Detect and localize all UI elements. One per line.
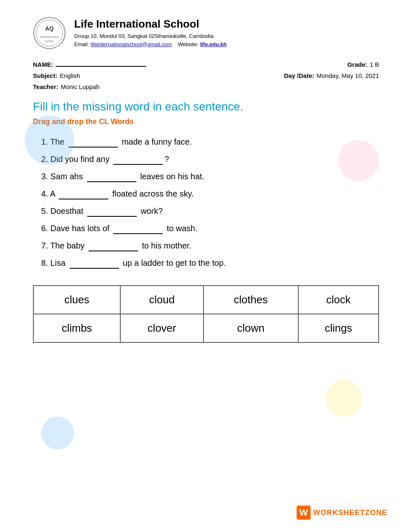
name-underline[interactable]: [56, 59, 146, 67]
blank-4[interactable]: [59, 191, 108, 199]
word-bank-row-1: clues cloud clothes clock: [33, 286, 379, 314]
word-clues[interactable]: clues: [33, 286, 120, 314]
teacher-group: Teacher: Monic Luppah: [33, 83, 100, 90]
website-link[interactable]: life.edu.kh: [200, 41, 227, 47]
email-label: Email:: [74, 41, 89, 47]
website-label: Website:: [178, 41, 199, 47]
school-logo: AQ INTERNATIONAL SCHOOL: [33, 16, 66, 49]
form-row-name-grade: NAME: Grade: 1 B: [33, 59, 379, 68]
email-link[interactable]: lifeinternationalschool@gmail.com: [91, 41, 172, 47]
word-bank-table: clues cloud clothes clock climbs clover …: [33, 285, 379, 343]
sentence-7: 7. The baby to his mother.: [41, 240, 379, 251]
footer-w-icon: W: [297, 506, 311, 520]
header: AQ INTERNATIONAL SCHOOL Life Internation…: [33, 16, 379, 49]
blank-3[interactable]: [87, 174, 136, 182]
sentence-1-number: 1.: [41, 137, 48, 146]
teacher-value: Monic Luppah: [61, 83, 99, 90]
fill-title: Fill in the missing word in each sentenc…: [33, 100, 379, 113]
footer-brand-text: WORKSHEETZONE: [313, 509, 387, 517]
form-row-teacher: Teacher: Monic Luppah: [33, 83, 379, 90]
sentence-7-number: 7.: [41, 241, 48, 250]
word-clothes[interactable]: clothes: [204, 286, 298, 314]
sentence-1: 1. The made a funny face.: [41, 136, 379, 148]
word-bank-row-2: climbs clover clown clings: [33, 314, 379, 342]
sentence-2-number: 2.: [41, 155, 48, 164]
sentence-4-number: 4.: [41, 189, 48, 198]
school-name: Life International School: [74, 18, 227, 30]
svg-text:AQ: AQ: [45, 25, 54, 32]
name-field-group: NAME:: [33, 59, 146, 68]
teacher-label: Teacher:: [33, 83, 58, 90]
sentence-3-number: 3.: [41, 172, 48, 181]
blank-5[interactable]: [87, 209, 137, 217]
blank-1[interactable]: [68, 139, 118, 148]
sentence-6: 6. Dave has lots of to wash.: [41, 223, 379, 234]
sentence-8-number: 8.: [41, 258, 48, 267]
grade-value: 1 B: [370, 61, 379, 68]
date-value: Monday, May 10, 2021: [317, 72, 379, 79]
sentence-4: 4. A floated across the sky.: [41, 188, 379, 199]
grade-label: Grade:: [347, 61, 367, 68]
sentence-8: 8. Lisa up a ladder to get to the top.: [41, 257, 379, 269]
word-clown[interactable]: clown: [204, 314, 298, 342]
word-clock[interactable]: clock: [298, 286, 379, 314]
form-row-subject-date: Subject: English Day /Date: Monday, May …: [33, 72, 379, 79]
name-label: NAME:: [33, 61, 53, 68]
word-clings[interactable]: clings: [298, 314, 379, 342]
grade-field-group: Grade: 1 B: [347, 61, 379, 68]
sentences-list: 1. The made a funny face. 2. Did you fin…: [41, 136, 379, 269]
sentence-6-number: 6.: [41, 224, 48, 233]
sentence-5: 5. Doesthat work?: [41, 205, 379, 217]
footer-brand: W WORKSHEETZONE: [297, 506, 387, 520]
footer-brand-colored: WORKSHEET: [313, 509, 365, 517]
school-info: Life International School Group 10, Mond…: [74, 18, 227, 48]
footer-brand-zone: ZONE: [365, 509, 387, 517]
date-label: Day /Date:: [284, 72, 314, 79]
blank-2[interactable]: [113, 157, 163, 165]
footer-w-letter: W: [300, 507, 308, 518]
school-group: Group 10, Mondul 03, Sangkat 02Sihanoukv…: [74, 32, 227, 40]
drag-title: Drag and drop the CL Words: [33, 117, 379, 126]
blank-6[interactable]: [113, 226, 163, 234]
blank-7[interactable]: [89, 243, 138, 251]
svg-point-0: [34, 17, 65, 49]
subject-group: Subject: English: [33, 72, 80, 79]
subject-value: English: [60, 72, 80, 79]
svg-text:SCHOOL: SCHOOL: [45, 40, 54, 42]
sentence-3: 3. Sam ahs leaves on his hat.: [41, 171, 379, 182]
word-clover[interactable]: clover: [120, 314, 204, 342]
word-climbs[interactable]: climbs: [33, 314, 120, 342]
school-contact: Email: lifeinternationalschool@gmail.com…: [74, 40, 227, 49]
sentence-2: 2. Did you find any ?: [41, 153, 379, 165]
word-cloud[interactable]: cloud: [120, 286, 204, 314]
subject-label: Subject:: [33, 72, 57, 79]
date-group: Day /Date: Monday, May 10, 2021: [284, 72, 379, 79]
blank-8[interactable]: [70, 260, 119, 269]
svg-text:INTERNATIONAL: INTERNATIONAL: [40, 36, 59, 38]
sentence-5-number: 5.: [41, 206, 48, 216]
